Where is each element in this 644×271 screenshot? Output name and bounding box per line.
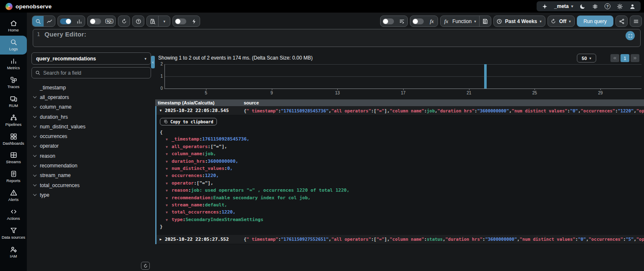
chevron-down-icon[interactable] — [33, 163, 37, 167]
json-entry-_timestamp[interactable]: ▼_timestamp:1761150928545736, — [160, 136, 644, 143]
query-editor[interactable]: 1 Query Editor: — [33, 29, 641, 47]
json-entry-total_occurrences[interactable]: ▼total_occurrences:1220, — [160, 209, 644, 216]
dark-mode-moon-icon[interactable] — [579, 3, 586, 10]
histogram-chart[interactable]: 012591317212529 — [164, 64, 641, 89]
json-entry-column_name[interactable]: ▼column_name:job, — [160, 151, 644, 158]
time-range-label[interactable]: Past 4 Weeks — [505, 18, 540, 24]
chevron-down-icon[interactable] — [33, 183, 37, 186]
vrl-function-toggle[interactable] — [412, 18, 424, 24]
user-avatar-icon[interactable] — [629, 3, 636, 10]
refresh-fields-button[interactable] — [141, 262, 150, 270]
sql-mode-toggle[interactable] — [90, 18, 101, 24]
run-query-button[interactable]: Run query — [577, 16, 613, 27]
save-function-button[interactable] — [480, 16, 491, 26]
field-item-_timestamp[interactable]: _timestamp — [31, 83, 151, 92]
sidebar-item-data-sources[interactable]: Data sources — [0, 224, 27, 243]
json-entry-duration_hrs[interactable]: ▼duration_hrs:3600000000, — [160, 158, 644, 165]
next-page-button[interactable] — [631, 54, 639, 62]
row-expand-icon[interactable]: ▶ — [156, 237, 165, 241]
field-item-occurrences[interactable]: occurrences — [31, 131, 151, 141]
json-entry-num_distinct_values[interactable]: ▼num_distinct_values:0, — [160, 165, 644, 172]
editor-expand-button[interactable] — [626, 31, 635, 40]
share-link-button[interactable] — [616, 16, 627, 26]
search-mode-button[interactable] — [32, 16, 44, 26]
saved-search-dropdown[interactable]: ▾ — [159, 16, 170, 26]
json-entry-reason[interactable]: ▼reason:job: used operators "=" , occurr… — [160, 187, 644, 194]
json-entry-stream_name[interactable]: ▼stream_name:default, — [160, 202, 644, 209]
table-row[interactable]: ▼2025-10-22 22:05:28.545{"_timestamp":"1… — [156, 106, 644, 115]
quick-mode-toggle[interactable] — [175, 18, 186, 24]
sidebar-item-iam[interactable]: IAM — [0, 243, 27, 262]
field-item-operator[interactable]: operator — [31, 141, 151, 151]
field-search-input[interactable] — [43, 70, 147, 76]
json-collapse-icon[interactable]: ▼ — [166, 195, 172, 202]
query-help-button[interactable] — [133, 16, 144, 26]
collapse-panel-handle[interactable]: ‹ — [151, 56, 155, 68]
json-collapse-icon[interactable]: ▼ — [166, 202, 172, 209]
table-row[interactable]: ▶2025-10-22 22:05:27.552{"_timestamp":"1… — [156, 235, 644, 244]
page-size-select[interactable]: 50 ▾ — [577, 54, 596, 63]
json-entry-all_operators[interactable]: ▼all_operators:["="], — [160, 143, 644, 151]
field-item-column_name[interactable]: column_name — [31, 102, 151, 112]
json-collapse-icon[interactable]: ▼ — [166, 209, 172, 216]
gear-icon[interactable] — [617, 3, 623, 10]
json-entry-recommendation[interactable]: ▼recommendation:Enable secondary index f… — [160, 195, 644, 202]
chevron-down-icon[interactable] — [33, 95, 37, 98]
json-collapse-icon[interactable]: ▼ — [166, 217, 172, 224]
field-item-stream_name[interactable]: stream_name — [31, 171, 151, 180]
field-item-total_occurrences[interactable]: total_occurrences — [31, 180, 151, 190]
chevron-down-icon[interactable] — [33, 154, 37, 157]
json-collapse-icon[interactable]: ▼ — [166, 151, 172, 158]
json-entry-type[interactable]: ▼type:SecondaryIndexStreamSettings — [160, 216, 644, 224]
json-collapse-icon[interactable]: ▼ — [166, 166, 172, 172]
sidebar-item-logs[interactable]: Logs — [0, 36, 27, 55]
prev-page-button[interactable] — [610, 54, 619, 62]
field-item-num_distinct_values[interactable]: num_distinct_values — [31, 122, 151, 131]
chevron-down-icon[interactable]: ▾ — [474, 19, 479, 23]
sidebar-item-actions[interactable]: Actions — [0, 205, 27, 224]
json-collapse-icon[interactable]: ▼ — [166, 180, 172, 187]
stream-selector[interactable]: query_recommendations ▾ — [31, 52, 151, 65]
organization-selector[interactable]: _meta ▾ — [554, 3, 573, 9]
json-collapse-icon[interactable]: ▼ — [166, 136, 172, 143]
histogram-bar[interactable] — [484, 64, 487, 89]
interesting-fields-toggle[interactable] — [383, 18, 394, 24]
help-icon[interactable]: ? — [605, 3, 610, 9]
json-collapse-icon[interactable]: ▼ — [166, 159, 172, 165]
field-item-type[interactable]: type — [31, 190, 151, 200]
saved-search-button[interactable] — [147, 16, 158, 26]
chevron-down-icon[interactable]: ▾ — [540, 19, 545, 23]
sidebar-item-streams[interactable]: Streams — [0, 149, 27, 167]
chevron-down-icon[interactable]: ▾ — [569, 19, 574, 23]
chevron-down-icon[interactable] — [33, 193, 37, 196]
chevron-down-icon[interactable] — [33, 173, 37, 177]
json-entry-operator[interactable]: ▼operator:["="], — [160, 180, 644, 187]
sidebar-item-rum[interactable]: RUM — [0, 92, 27, 111]
copy-to-clipboard-button[interactable]: Copy to clipboard — [160, 118, 217, 125]
chevron-down-icon[interactable] — [33, 124, 37, 128]
source-column-header[interactable]: source — [244, 100, 259, 105]
timestamp-column-header[interactable]: timestamp (Asia/Calcutta) — [155, 100, 244, 105]
chevron-down-icon[interactable] — [33, 144, 37, 147]
sidebar-item-pipelines[interactable]: Pipelines — [0, 111, 27, 130]
field-item-duration_hrs[interactable]: duration_hrs — [31, 112, 151, 122]
field-item-all_operators[interactable]: all_operators — [31, 92, 151, 102]
sidebar-item-reports[interactable]: Reports — [0, 167, 27, 186]
field-item-recommendation[interactable]: recommendation — [31, 161, 151, 170]
field-item-reason[interactable]: reason — [31, 151, 151, 161]
sidebar-item-home[interactable]: Home — [0, 17, 27, 36]
row-collapse-icon[interactable]: ▼ — [156, 109, 165, 112]
chevron-down-icon[interactable] — [33, 115, 37, 118]
json-collapse-icon[interactable]: ▼ — [166, 173, 172, 180]
current-page-button[interactable]: 1 — [621, 54, 629, 62]
more-menu-button[interactable] — [630, 16, 641, 26]
sidebar-item-traces[interactable]: Traces — [0, 73, 27, 92]
json-collapse-icon[interactable]: ▼ — [166, 144, 172, 151]
sidebar-item-dashboards[interactable]: Dashboards — [0, 130, 27, 149]
chevron-down-icon[interactable] — [33, 134, 37, 137]
sidebar-item-alerts[interactable]: Alerts — [0, 186, 27, 205]
sparkle-ai-icon[interactable] — [542, 3, 548, 10]
histogram-toggle[interactable] — [60, 18, 71, 24]
sidebar-item-metrics[interactable]: Metrics — [0, 55, 27, 73]
reset-filters-button[interactable] — [118, 16, 130, 26]
